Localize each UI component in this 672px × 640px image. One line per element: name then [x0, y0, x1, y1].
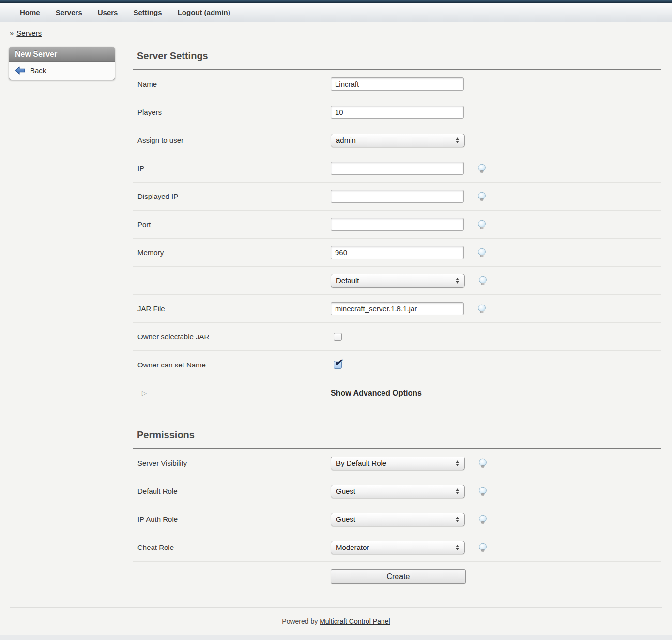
form-row-name: Name — [133, 70, 661, 98]
form-row-players: Players — [133, 98, 661, 126]
footer-text: Powered by — [282, 617, 318, 625]
default-role-select[interactable]: Guest — [331, 485, 465, 498]
select-stepper-icon — [456, 137, 459, 143]
menu-title: New Server — [9, 47, 115, 62]
submit-row: Create — [133, 562, 661, 592]
owner-selectable-jar-label: Owner selectable JAR — [137, 333, 331, 341]
server-visibility-selected-value: By Default Role — [336, 459, 386, 467]
form-row-port: Port — [133, 211, 661, 239]
breadcrumb: »Servers — [10, 29, 672, 37]
default-option-help-lightbulb-icon[interactable] — [477, 275, 488, 286]
cheat-role-label: Cheat Role — [137, 543, 331, 551]
ip-auth-role-label: IP Auth Role — [137, 515, 331, 523]
owner-selectable-jar-checkbox[interactable] — [334, 333, 342, 341]
nav-item-servers[interactable]: Servers — [48, 8, 90, 16]
main-navbar: Home Servers Users Settings Logout (admi… — [0, 3, 672, 22]
server-visibility-help-lightbulb-icon[interactable] — [477, 458, 488, 469]
players-input[interactable] — [331, 106, 464, 119]
advanced-options-row: ▷ Show Advanced Options — [133, 379, 661, 407]
breadcrumb-link-servers[interactable]: Servers — [16, 29, 42, 37]
permissions-title: Permissions — [137, 429, 661, 441]
expand-triangle-icon[interactable]: ▷ — [142, 389, 331, 396]
form-row-assign-user: Assign to user admin — [133, 126, 661, 154]
select-stepper-icon — [456, 517, 459, 522]
page-footer: Powered by Multicraft Control Panel — [10, 607, 662, 625]
default-role-label: Default Role — [137, 487, 331, 495]
ip-input[interactable] — [331, 162, 464, 175]
assign-user-select[interactable]: admin — [331, 134, 465, 147]
memory-input[interactable] — [331, 246, 464, 259]
form-row-owner-selectable-jar: Owner selectable JAR — [133, 323, 661, 351]
nav-item-logout[interactable]: Logout (admin) — [170, 8, 238, 16]
assign-user-label: Assign to user — [137, 136, 331, 144]
displayed-ip-label: Displayed IP — [137, 192, 331, 200]
form-row-server-visibility: Server Visibility By Default Role — [133, 449, 661, 477]
form-row-ip-auth-role: IP Auth Role Guest — [133, 505, 661, 533]
displayed-ip-input[interactable] — [331, 190, 464, 203]
new-server-menu: New Server Back — [9, 47, 115, 80]
ip-auth-role-help-lightbulb-icon[interactable] — [477, 514, 488, 525]
jar-file-label: JAR File — [137, 305, 331, 313]
cheat-role-selected-value: Moderator — [336, 543, 369, 551]
server-visibility-label: Server Visibility — [137, 459, 331, 467]
nav-item-users[interactable]: Users — [90, 8, 126, 16]
form-row-cheat-role: Cheat Role Moderator — [133, 533, 661, 562]
default-role-help-lightbulb-icon[interactable] — [477, 486, 488, 497]
nav-item-settings[interactable]: Settings — [125, 8, 169, 16]
form-row-displayed-ip: Displayed IP — [133, 183, 661, 211]
assign-user-selected-value: admin — [336, 136, 356, 144]
cheat-role-help-lightbulb-icon[interactable] — [477, 542, 488, 553]
default-option-selected-value: Default — [336, 276, 359, 285]
jar-file-input[interactable] — [331, 302, 464, 315]
form-row-jar-file: JAR File — [133, 295, 661, 323]
back-button-label: Back — [30, 66, 46, 75]
jar-file-help-lightbulb-icon[interactable] — [476, 304, 487, 314]
ip-help-lightbulb-icon[interactable] — [476, 163, 487, 174]
form-row-default-role: Default Role Guest — [133, 477, 661, 505]
cheat-role-select[interactable]: Moderator — [331, 541, 465, 554]
form-row-owner-can-set-name: Owner can set Name — [133, 351, 661, 379]
multicraft-link[interactable]: Multicraft Control Panel — [320, 617, 390, 625]
memory-label: Memory — [137, 248, 331, 257]
port-label: Port — [137, 220, 331, 229]
ip-auth-role-selected-value: Guest — [336, 515, 355, 523]
form-row-memory: Memory — [133, 239, 661, 267]
displayed-ip-help-lightbulb-icon[interactable] — [476, 191, 487, 202]
memory-help-lightbulb-icon[interactable] — [476, 247, 487, 258]
create-button[interactable]: Create — [331, 569, 466, 584]
name-label: Name — [137, 80, 331, 88]
select-stepper-icon — [456, 545, 459, 550]
back-arrow-icon — [15, 66, 25, 75]
back-button[interactable]: Back — [9, 62, 115, 80]
port-input[interactable] — [331, 218, 464, 231]
nav-item-home[interactable]: Home — [12, 8, 48, 16]
owner-can-set-name-checkbox[interactable] — [334, 361, 342, 369]
default-option-select[interactable]: Default — [331, 274, 465, 288]
name-input[interactable] — [331, 77, 464, 91]
server-visibility-select[interactable]: By Default Role — [331, 457, 465, 470]
port-help-lightbulb-icon[interactable] — [476, 219, 487, 230]
ip-label: IP — [137, 164, 331, 172]
players-label: Players — [137, 108, 331, 116]
form-row-ip: IP — [133, 154, 661, 183]
select-stepper-icon — [456, 460, 459, 466]
main-content: Server Settings Name Players Assign to u… — [133, 50, 661, 592]
form-row-default-option: Default — [133, 267, 661, 295]
ip-auth-role-select[interactable]: Guest — [331, 513, 465, 526]
default-role-selected-value: Guest — [336, 487, 355, 495]
show-advanced-options-link[interactable]: Show Advanced Options — [331, 389, 422, 397]
owner-can-set-name-label: Owner can set Name — [137, 361, 331, 369]
server-settings-title: Server Settings — [137, 50, 661, 61]
breadcrumb-prefix: » — [10, 29, 14, 37]
bottom-accent-strip — [0, 635, 672, 640]
select-stepper-icon — [456, 278, 459, 284]
select-stepper-icon — [456, 488, 459, 494]
